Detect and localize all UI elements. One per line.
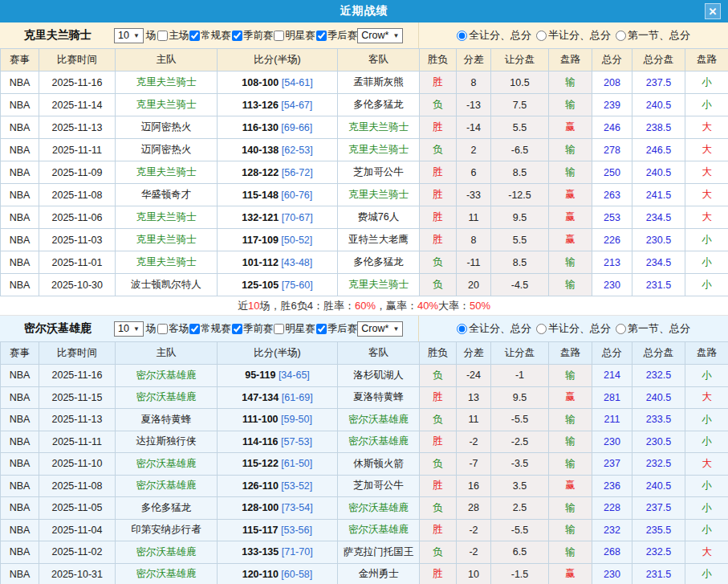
cell-over-under: 大 [685, 184, 728, 206]
cell-result: 胜 [420, 431, 457, 453]
checkbox-input[interactable] [232, 31, 242, 41]
table-row: NBA2025-11-02密尔沃基雄鹿133-135 [71-70]萨克拉门托国… [1, 541, 728, 564]
checkbox-input[interactable] [274, 31, 284, 41]
cell-score: 115-148 [60-76] [218, 184, 338, 206]
summary-segment: 大率： [438, 299, 470, 313]
cell-score: 113-126 [54-67] [218, 94, 338, 116]
cell-over-under: 小 [685, 519, 728, 541]
filter-checkbox-0[interactable]: 客场 [157, 322, 189, 336]
cell-away-team: 克里夫兰骑士 [338, 274, 420, 296]
cell-point-diff: -7 [457, 453, 491, 476]
table-row: NBA2025-10-30波士顿凯尔特人125-105 [75-60]克里夫兰骑… [1, 274, 728, 296]
checkbox-input[interactable] [157, 324, 168, 334]
cell-score: 147-134 [61-69] [218, 386, 338, 409]
table-header-row: 赛事比赛时间主队比分(半场)客队胜负分差让分盘盘路总分总分盘盘路 [1, 49, 728, 71]
filter-checkbox-2[interactable]: 季前赛 [231, 29, 274, 43]
filter-checkbox-1[interactable]: 常规赛 [189, 322, 231, 336]
cell-date: 2025-11-01 [39, 251, 116, 274]
games-count-select[interactable]: 10 ▼ [114, 321, 144, 337]
games-count-select[interactable]: 10 ▼ [114, 28, 144, 43]
cell-over-under: 小 [685, 229, 728, 251]
cell-handicap-result: 输 [549, 519, 592, 541]
radio-option-0[interactable]: 全让分、总分 [457, 321, 531, 336]
cell-league: NBA [1, 563, 39, 584]
cell-handicap-result: 输 [549, 541, 592, 564]
column-header: 分差 [457, 49, 491, 71]
score-fulltime: 125-105 [242, 280, 279, 291]
table-row: NBA2025-11-08密尔沃基雄鹿126-110 [53-52]芝加哥公牛胜… [1, 475, 728, 497]
score-halftime: [75-60] [279, 280, 312, 291]
cell-league: NBA [1, 139, 39, 161]
checkbox-input[interactable] [189, 324, 200, 334]
cell-handicap-line: 8.5 [491, 251, 549, 274]
score-halftime: [62-53] [279, 145, 312, 156]
radio-input[interactable] [457, 324, 467, 334]
cell-result: 负 [420, 274, 457, 296]
checkbox-input[interactable] [157, 31, 168, 41]
radio-option-2[interactable]: 第一节、总分 [616, 321, 690, 336]
cell-league: NBA [1, 274, 39, 296]
radio-input[interactable] [536, 31, 547, 41]
cell-home-team: 夏洛特黄蜂 [116, 409, 218, 431]
cell-point-diff: -11 [457, 251, 491, 274]
cell-home-team: 克里夫兰骑士 [116, 251, 218, 274]
score-fulltime: 115-117 [242, 525, 279, 536]
checkbox-input[interactable] [316, 324, 327, 334]
cell-point-diff: 13 [457, 386, 491, 409]
cell-handicap-line: 8.5 [491, 161, 549, 184]
filter-checkbox-4[interactable]: 季后赛 [315, 322, 358, 336]
filter-checkbox-1[interactable]: 常规赛 [189, 29, 231, 43]
column-header: 让分盘 [491, 342, 549, 365]
cell-total: 226 [592, 229, 632, 251]
score-fulltime: 120-110 [242, 569, 279, 580]
cell-result: 负 [420, 94, 457, 116]
cell-home-team: 迈阿密热火 [116, 116, 218, 139]
cell-away-team: 克里夫兰骑士 [338, 116, 420, 139]
cell-result: 胜 [420, 563, 457, 584]
cell-point-diff: -13 [457, 94, 491, 116]
radio-input[interactable] [457, 31, 467, 41]
cell-handicap-result: 赢 [549, 116, 592, 139]
column-header: 赛事 [1, 342, 39, 365]
checkbox-input[interactable] [274, 324, 284, 334]
table-row: NBA2025-11-08华盛顿奇才115-148 [60-76]克里夫兰骑士胜… [1, 184, 728, 206]
checkbox-input[interactable] [316, 31, 327, 41]
column-header: 比分(半场) [218, 342, 338, 365]
section-controls: 密尔沃基雄鹿 10 ▼ 场 客场常规赛季前赛明星赛季后赛 Crow* ▼ [0, 316, 419, 341]
cell-score: 101-112 [43-48] [218, 251, 338, 274]
cell-over-under: 大 [685, 541, 728, 564]
cell-result: 胜 [420, 206, 457, 229]
cell-date: 2025-11-09 [39, 161, 116, 184]
filter-checkbox-2[interactable]: 季前赛 [231, 322, 274, 336]
games-suffix-label: 场 [146, 29, 157, 43]
radio-input[interactable] [616, 31, 626, 41]
filter-checkbox-4[interactable]: 季后赛 [315, 29, 358, 43]
cell-handicap-result: 赢 [549, 229, 592, 251]
cell-handicap-line: -6.5 [491, 139, 549, 161]
cell-over-under: 小 [685, 71, 728, 94]
radio-option-1[interactable]: 半让分、总分 [536, 28, 611, 43]
cell-result: 胜 [420, 161, 457, 184]
cell-total: 236 [592, 475, 632, 497]
cell-point-diff: 2 [457, 139, 491, 161]
radio-input[interactable] [616, 324, 626, 334]
cell-handicap-result: 赢 [549, 475, 592, 497]
checkbox-input[interactable] [232, 324, 242, 334]
filter-checkbox-3[interactable]: 明星赛 [273, 29, 315, 43]
league-select[interactable]: Crow* ▼ [357, 321, 403, 337]
radio-input[interactable] [536, 324, 547, 334]
cell-result: 负 [420, 541, 457, 564]
cell-score: 114-116 [57-53] [218, 431, 338, 453]
score-halftime: [69-66] [279, 122, 312, 133]
summary-segment: 40% [417, 300, 438, 312]
filter-checkbox-0[interactable]: 主场 [157, 29, 189, 43]
filter-checkbox-3[interactable]: 明星赛 [273, 322, 315, 336]
radio-option-2[interactable]: 第一节、总分 [616, 28, 690, 43]
checkbox-input[interactable] [189, 31, 200, 41]
cell-handicap-line: -5.5 [491, 519, 549, 541]
radio-option-1[interactable]: 半让分、总分 [536, 321, 611, 336]
table-row: NBA2025-11-01克里夫兰骑士101-112 [43-48]多伦多猛龙负… [1, 251, 728, 274]
close-button[interactable]: ✕ [705, 3, 721, 19]
league-select[interactable]: Crow* ▼ [357, 28, 403, 43]
radio-option-0[interactable]: 全让分、总分 [457, 28, 531, 43]
